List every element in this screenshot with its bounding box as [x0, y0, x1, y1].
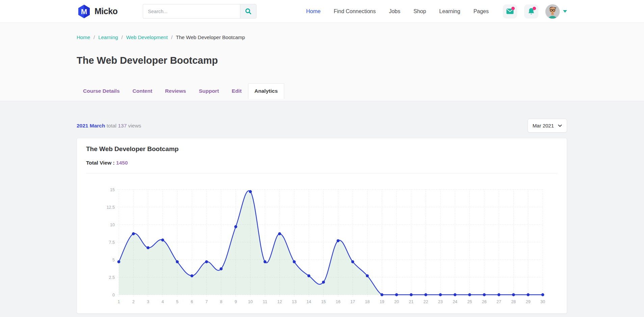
svg-text:4: 4	[161, 299, 164, 304]
svg-text:15: 15	[321, 299, 326, 304]
svg-text:30: 30	[540, 299, 545, 304]
messages-badge	[511, 7, 515, 10]
course-tabs: Course DetailsContentReviewsSupportEditA…	[77, 83, 567, 99]
svg-text:11: 11	[263, 299, 267, 304]
svg-text:9: 9	[235, 299, 237, 304]
svg-text:21: 21	[409, 299, 413, 304]
month-selector-value: Mar 2021	[533, 123, 554, 128]
svg-text:17: 17	[350, 299, 355, 304]
svg-text:1: 1	[118, 299, 120, 304]
svg-text:24: 24	[453, 299, 457, 304]
notifications-button[interactable]	[524, 4, 538, 19]
svg-text:18: 18	[365, 299, 370, 304]
nav-item-find-connections[interactable]: Find Connections	[334, 8, 376, 15]
svg-text:10: 10	[110, 223, 115, 227]
tab-course-details[interactable]: Course Details	[77, 83, 126, 99]
svg-text:25: 25	[467, 299, 472, 304]
views-summary: 2021 March total 137 views	[77, 123, 141, 129]
page-title: The Web Developer Bootcamp	[77, 55, 567, 66]
svg-text:15: 15	[110, 188, 115, 192]
svg-text:2.5: 2.5	[109, 275, 115, 280]
svg-text:5: 5	[112, 258, 115, 262]
summary-text-after: views	[128, 123, 141, 128]
svg-text:20: 20	[394, 299, 399, 304]
brand-name: Micko	[95, 6, 117, 16]
svg-text:6: 6	[191, 299, 193, 304]
nav-item-shop[interactable]: Shop	[413, 8, 426, 15]
svg-text:12.5: 12.5	[107, 205, 115, 210]
svg-text:29: 29	[526, 299, 531, 304]
brand-logo[interactable]: M Micko	[77, 4, 117, 19]
breadcrumb-link-home[interactable]: Home	[77, 34, 90, 40]
chart-course-title: The Web Developer Bootcamp	[86, 145, 558, 153]
search-icon	[245, 8, 251, 15]
svg-text:10: 10	[248, 299, 253, 304]
svg-text:28: 28	[511, 299, 516, 304]
svg-text:0: 0	[112, 293, 115, 297]
top-navbar: M Micko HomeFind ConnectionsJobsShopLear…	[0, 0, 644, 23]
tab-reviews[interactable]: Reviews	[159, 83, 192, 99]
tab-edit[interactable]: Edit	[225, 83, 248, 99]
views-area-chart[interactable]: 02.557.51012.515123456789101112131415161…	[77, 173, 567, 314]
breadcrumb-separator: /	[171, 34, 172, 40]
analytics-meta-row: 2021 March total 137 views Mar 2021	[77, 119, 567, 133]
total-view-value: 1450	[116, 160, 128, 166]
search-group	[143, 4, 257, 19]
nav-item-pages[interactable]: Pages	[474, 8, 489, 15]
month-selector[interactable]: Mar 2021	[528, 119, 567, 133]
breadcrumb-separator: /	[93, 34, 95, 40]
svg-text:2: 2	[132, 299, 135, 304]
user-menu[interactable]	[545, 4, 567, 19]
page-header-section: Home/Learning/Web Development/The Web De…	[0, 23, 644, 101]
svg-text:M: M	[81, 7, 87, 16]
svg-text:16: 16	[336, 299, 341, 304]
nav-item-jobs[interactable]: Jobs	[389, 8, 400, 15]
chevron-down-icon	[563, 10, 567, 13]
main-nav: HomeFind ConnectionsJobsShopLearningPage…	[306, 8, 489, 15]
breadcrumb-link-learning[interactable]: Learning	[98, 34, 118, 40]
svg-text:23: 23	[438, 299, 443, 304]
svg-text:14: 14	[306, 299, 311, 304]
breadcrumb-separator: /	[122, 34, 123, 40]
svg-text:7.5: 7.5	[109, 240, 115, 245]
nav-item-learning[interactable]: Learning	[439, 8, 460, 15]
svg-text:26: 26	[482, 299, 487, 304]
search-input[interactable]	[143, 4, 240, 19]
svg-text:27: 27	[497, 299, 501, 304]
main-content: 2021 March total 137 views Mar 2021 The …	[0, 119, 644, 314]
svg-text:5: 5	[176, 299, 179, 304]
avatar-illustration-icon	[545, 4, 560, 19]
svg-text:12: 12	[277, 299, 282, 304]
summary-count: 137	[118, 123, 127, 128]
summary-text-before: total	[107, 123, 116, 128]
summary-period: 2021 March	[77, 123, 105, 128]
svg-text:22: 22	[424, 299, 428, 304]
svg-text:13: 13	[292, 299, 297, 304]
analytics-card: The Web Developer Bootcamp Total View : …	[77, 138, 567, 314]
tab-analytics[interactable]: Analytics	[248, 83, 284, 99]
notifications-badge	[533, 7, 536, 10]
tab-content[interactable]: Content	[126, 83, 159, 99]
svg-text:19: 19	[380, 299, 384, 304]
total-view-label: Total View :	[86, 160, 115, 166]
breadcrumb: Home/Learning/Web Development/The Web De…	[77, 34, 567, 40]
breadcrumb-current: The Web Developer Bootcamp	[176, 34, 245, 40]
micko-logo-icon: M	[77, 4, 91, 19]
tab-support[interactable]: Support	[192, 83, 225, 99]
svg-text:8: 8	[220, 299, 222, 304]
search-button[interactable]	[240, 4, 257, 19]
nav-item-home[interactable]: Home	[306, 8, 321, 15]
avatar	[545, 4, 560, 19]
nav-icons	[503, 4, 567, 19]
svg-text:3: 3	[147, 299, 149, 304]
total-view-row: Total View : 1450	[86, 160, 558, 173]
messages-button[interactable]	[503, 4, 517, 19]
select-chevron-down-icon	[558, 124, 562, 127]
breadcrumb-link-web-development[interactable]: Web Development	[126, 34, 168, 40]
svg-text:7: 7	[205, 299, 208, 304]
analytics-card-header: The Web Developer Bootcamp Total View : …	[77, 138, 567, 173]
